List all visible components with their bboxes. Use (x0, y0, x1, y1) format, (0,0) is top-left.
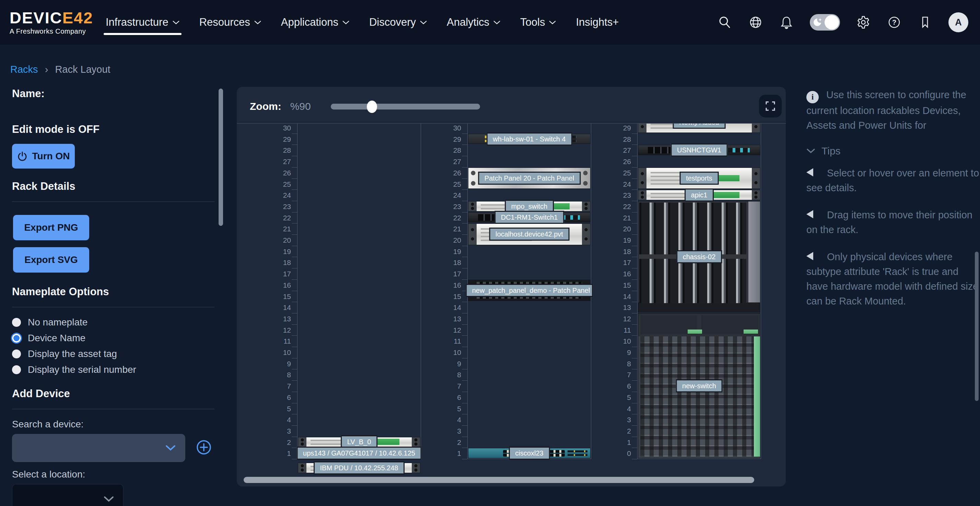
help-icon[interactable]: ? (887, 15, 902, 30)
device-nameplate: wh-lab-sw-01 - Switch 4 (486, 132, 572, 145)
unit-number: 16 (276, 281, 291, 289)
turn-on-button[interactable]: Turn ON (12, 144, 75, 169)
unit-tick (292, 291, 297, 291)
rack-device-apic1[interactable]: apic1 (638, 190, 760, 200)
fullscreen-button[interactable] (759, 95, 782, 117)
device42-logo[interactable]: DEVICE42 A Freshworks Company (10, 10, 95, 35)
notifications-bell-icon[interactable] (779, 15, 794, 30)
name-label: Name: (12, 88, 215, 100)
unit-number: 27 (616, 146, 631, 155)
unit-number: 13 (446, 315, 461, 323)
rack-device-testports[interactable]: testports (638, 168, 760, 189)
menu-label: Resources (199, 16, 250, 29)
rack-device-lv-b-0[interactable]: LV_B_0 (298, 437, 420, 447)
unit-tick (632, 134, 637, 134)
sidebar-scrollbar[interactable] (219, 89, 223, 226)
rack-device-new-switch[interactable]: new-switch (638, 313, 760, 458)
breadcrumb-racks-link[interactable]: Racks (10, 64, 38, 75)
unit-number: 13 (276, 315, 291, 323)
radio-option-device-name[interactable]: Device Name (12, 333, 215, 344)
radio-unselected[interactable] (12, 365, 21, 374)
radio-label: No nameplate (28, 317, 88, 328)
rack-controls-sidebar: Name: Edit mode is OFF Turn ON Rack Deta… (12, 88, 215, 506)
unit-number: 25 (276, 180, 291, 188)
rack-device-wh-lab-sw-01-switch-4[interactable]: wh-lab-sw-01 - Switch 4 (468, 134, 590, 144)
radio-unselected[interactable] (12, 350, 21, 358)
tip-item: Only physical devices where subtype attr… (807, 249, 980, 309)
unit-tick (462, 437, 467, 437)
tip-item: Drag items to move their position on the… (807, 208, 980, 237)
menu-label: Analytics (447, 16, 489, 29)
menu-infrastructure[interactable]: Infrastructure (106, 0, 180, 45)
rack-device-mpo-switch[interactable]: mpo_switch (468, 201, 590, 211)
unit-number: 20 (446, 236, 461, 244)
unit-number: 2 (616, 427, 631, 435)
unit-number: 8 (446, 371, 461, 379)
unit-number: 4 (446, 416, 461, 424)
rack-frame: LV_B_0ups143 / GA07G41017 / 10.42.6.125I… (297, 123, 421, 459)
search-icon[interactable] (717, 15, 732, 30)
unit-number: 4 (616, 405, 631, 413)
unit-number: 15 (276, 292, 291, 301)
unit-tick (462, 380, 467, 381)
chevron-down-icon (807, 148, 815, 154)
radio-option-no-nameplate[interactable]: No nameplate (12, 317, 215, 328)
radio-option-display-the-serial-number[interactable]: Display the serial number (12, 364, 215, 375)
export-png-button[interactable]: Export PNG (13, 215, 89, 240)
device-nameplate: Newly Added (673, 123, 726, 129)
horizontal-scrollbar[interactable] (243, 477, 754, 483)
menu-applications[interactable]: Applications (281, 0, 349, 45)
globe-icon[interactable] (748, 15, 763, 30)
radio-selected[interactable] (12, 334, 21, 343)
unit-number: 17 (276, 270, 291, 278)
radio-option-display-the-asset-tag[interactable]: Display the asset tag (12, 348, 215, 359)
zoom-slider-thumb[interactable] (367, 101, 377, 113)
unit-tick (632, 279, 637, 280)
settings-gear-icon[interactable] (856, 15, 871, 30)
device-nameplate: ups143 / GA07G41017 / 10.42.6.125 (296, 447, 422, 460)
page-scrollbar[interactable] (975, 252, 978, 401)
unit-tick (462, 190, 467, 190)
rack-device-newly-added[interactable]: Newly Added (638, 123, 760, 133)
add-device-plus-button[interactable] (196, 439, 212, 457)
unit-tick (462, 459, 467, 459)
unit-tick (292, 167, 297, 168)
rack-device-localhost-device42-pvt[interactable]: localhost.device42.pvt (468, 223, 590, 245)
unit-tick (632, 335, 637, 336)
bullet-triangle-icon (807, 252, 813, 260)
device-nameplate: chassis-02 (676, 250, 722, 263)
rack-device-new-patch-panel-demo-patch-panel[interactable]: new_patch_panel_demo - Patch Panel (468, 280, 590, 301)
tips-toggle[interactable]: Tips (807, 145, 980, 157)
theme-toggle[interactable] (810, 14, 840, 30)
unit-number: 20 (276, 236, 291, 244)
bookmark-icon[interactable] (918, 15, 933, 30)
export-svg-button[interactable]: Export SVG (13, 247, 89, 273)
rack-device-ups143-ga07g41017-10-42-6-125[interactable]: ups143 / GA07G41017 / 10.42.6.125 (298, 448, 420, 458)
rack-viewport[interactable]: 3029282726252423222120191817161514131211… (237, 123, 786, 477)
location-select[interactable] (12, 484, 124, 506)
rack-device-dc1-rm1-switch1[interactable]: DC1-RM1-Switch1 (468, 212, 590, 223)
user-avatar[interactable]: A (948, 12, 968, 32)
unit-tick (292, 347, 297, 347)
rack-device-usnhctgw1[interactable]: USNHCTGW1 (638, 145, 760, 155)
radio-unselected[interactable] (12, 318, 21, 327)
zoom-slider[interactable] (331, 104, 480, 110)
radio-label: Display the serial number (28, 364, 136, 375)
rack-device-patch-panel-20-patch-panel[interactable]: Patch Panel 20 - Patch Panel (468, 168, 590, 189)
device-select[interactable] (12, 434, 185, 462)
menu-tools[interactable]: Tools (520, 0, 556, 45)
rack-device-ibm-pdu-10-42-255-248[interactable]: IBM PDU / 10.42.255.248 (298, 463, 420, 473)
menu-resources[interactable]: Resources (199, 0, 261, 45)
top-navbar: DEVICE42 A Freshworks Company Infrastruc… (0, 0, 980, 45)
rack-device-chassis-02[interactable]: chassis-02 (638, 201, 760, 312)
unit-number: 11 (446, 337, 461, 345)
unit-number: 18 (276, 259, 291, 267)
bullet-triangle-icon (807, 168, 813, 176)
menu-insights-[interactable]: Insights+ (576, 0, 619, 45)
chevron-down-icon (420, 20, 427, 25)
unit-number: 8 (276, 371, 291, 379)
menu-discovery[interactable]: Discovery (369, 0, 427, 45)
bullet-triangle-icon (807, 210, 813, 218)
rack-device-ciscoxl23[interactable]: ciscoxl23 (468, 448, 590, 458)
menu-analytics[interactable]: Analytics (447, 0, 500, 45)
